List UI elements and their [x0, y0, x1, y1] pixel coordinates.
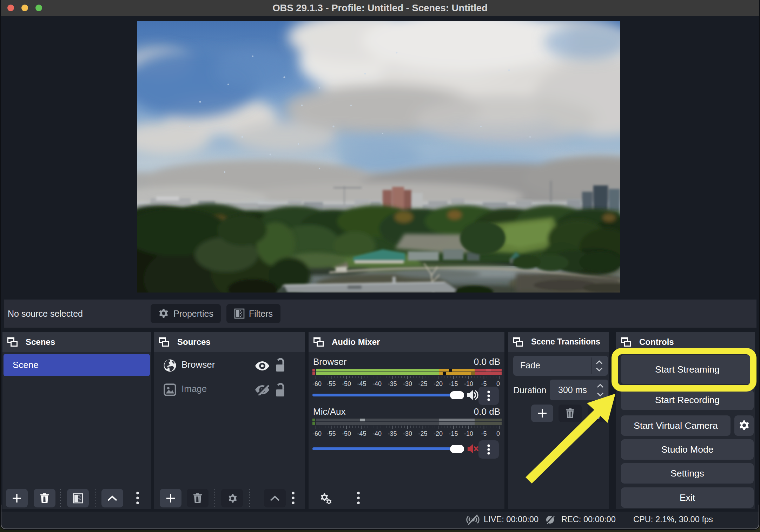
svg-text:-30: -30 — [403, 430, 412, 437]
svg-text:-25: -25 — [418, 380, 427, 387]
svg-text:-10: -10 — [464, 380, 473, 387]
svg-text:-25: -25 — [418, 430, 427, 437]
svg-text:0: 0 — [496, 380, 500, 387]
svg-text:-40: -40 — [372, 380, 382, 387]
svg-text:-45: -45 — [357, 430, 366, 437]
svg-text:0: 0 — [496, 430, 500, 437]
svg-text:-55: -55 — [326, 380, 336, 387]
svg-text:-5: -5 — [481, 430, 487, 437]
svg-text:-60: -60 — [312, 380, 322, 387]
svg-text:-55: -55 — [326, 430, 336, 437]
svg-text:-35: -35 — [388, 430, 397, 437]
svg-text:-5: -5 — [481, 380, 487, 387]
svg-text:-60: -60 — [312, 430, 322, 437]
svg-text:-30: -30 — [403, 380, 412, 387]
svg-text:-15: -15 — [449, 430, 458, 437]
svg-text:-45: -45 — [357, 380, 366, 387]
svg-text:-50: -50 — [342, 430, 351, 437]
svg-text:-40: -40 — [372, 430, 382, 437]
svg-text:-15: -15 — [449, 380, 458, 387]
svg-text:-20: -20 — [434, 380, 443, 387]
svg-text:-35: -35 — [388, 380, 397, 387]
svg-text:-10: -10 — [464, 430, 473, 437]
svg-text:-50: -50 — [342, 380, 351, 387]
svg-text:-20: -20 — [434, 430, 443, 437]
